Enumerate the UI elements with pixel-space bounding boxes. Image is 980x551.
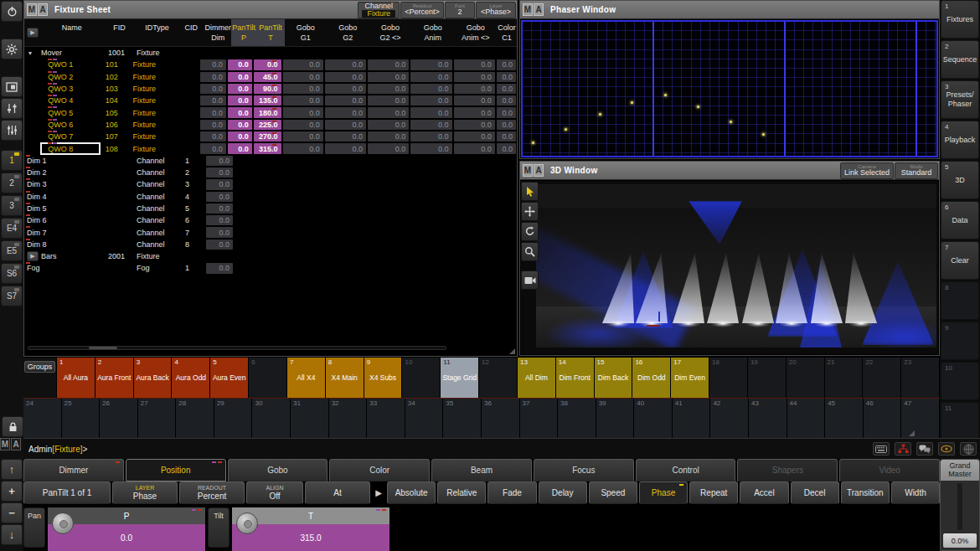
column-header-cid[interactable]: CID (178, 19, 204, 46)
dimmer-value-cell[interactable]: 0.0 (206, 203, 233, 214)
group-cell-6[interactable]: 6 (249, 358, 287, 398)
at-button[interactable]: At (305, 481, 370, 504)
rotate-icon[interactable] (521, 222, 539, 241)
cid-cell[interactable]: 1 (178, 155, 205, 167)
dimmer-value-cell[interactable]: 0.0 (206, 156, 233, 166)
encoder-function-accel[interactable]: Accel (740, 481, 788, 504)
gobo-value-cell[interactable]: 0.0 (325, 131, 366, 142)
fid-cell[interactable]: 102 (101, 71, 133, 83)
row-arrow-cell[interactable]: ▼ (24, 47, 41, 59)
keyboard-icon[interactable] (873, 442, 890, 456)
fid-cell[interactable] (103, 203, 137, 214)
idtype-cell[interactable]: Channel (137, 226, 178, 238)
tilt-value-cell[interactable]: 45.0 (254, 72, 281, 82)
column-header-pantilt[interactable]: PanTiltP (231, 19, 256, 46)
group-cell-29[interactable]: 29 (214, 399, 253, 438)
group-cell-4[interactable]: 4Aura Odd (172, 358, 210, 398)
table-row[interactable]: Dim 1Channel10.0 (24, 155, 517, 167)
idtype-cell[interactable]: Channel (137, 203, 178, 214)
gobo-value-cell[interactable]: 0.0 (454, 131, 495, 142)
gobo-value-cell[interactable]: 0.0 (368, 95, 409, 106)
gobo-value-cell[interactable]: 0.0 (454, 95, 495, 106)
group-cell-21[interactable]: 21 (825, 358, 864, 398)
left-view-button-S7[interactable]: S7 (1, 286, 23, 306)
name-cell[interactable]: Dim 6 (24, 214, 103, 226)
dimmer-value-cell[interactable]: 0.0 (200, 72, 226, 82)
gobo-value-cell[interactable]: 0.0 (283, 95, 323, 106)
tilt-value-cell[interactable]: 0.0 (254, 59, 281, 70)
gobo-value-cell[interactable]: 0.0 (325, 107, 366, 117)
cid-cell[interactable]: 5 (178, 203, 205, 214)
move-icon[interactable] (521, 202, 539, 221)
pan-value-cell[interactable]: 0.0 (228, 59, 252, 70)
faders-icon[interactable] (1, 98, 23, 119)
preset-type-gobo[interactable]: Gobo (228, 459, 328, 481)
right-view-button-1[interactable]: 1Fixtures (941, 0, 979, 39)
dimmer-value-cell[interactable]: 0.0 (206, 263, 233, 273)
left-view-button-2[interactable]: 2 (1, 173, 23, 193)
gobo-value-cell[interactable]: 0.0 (368, 120, 409, 130)
idtype-cell[interactable]: Channel (137, 214, 178, 226)
column-header-color[interactable]: ColorC1 (497, 19, 517, 46)
tilt-value-cell[interactable]: 270.0 (254, 131, 281, 142)
column-header-gobo[interactable]: GoboAnim <> (454, 19, 497, 46)
gobo-value-cell[interactable]: 0.0 (454, 84, 495, 94)
idtype-cell[interactable]: Fixture (133, 142, 173, 154)
cid-cell[interactable] (178, 250, 205, 262)
gobo-value-cell[interactable]: 0.0 (410, 120, 451, 130)
tilt-encoder[interactable]: T 315.0 (232, 507, 389, 551)
name-cell[interactable]: Dim 3 (24, 178, 103, 190)
encoder-function-relative[interactable]: Relative (437, 481, 486, 504)
fid-cell[interactable]: 101 (101, 59, 133, 70)
group-cell-33[interactable]: 33 (367, 399, 405, 438)
fid-cell[interactable]: 2001 (103, 250, 137, 262)
fid-cell[interactable]: 106 (101, 119, 133, 131)
dimmer-value-cell[interactable]: 0.0 (200, 59, 226, 70)
column-header-gobo[interactable]: GoboG2 (327, 19, 369, 46)
dimmer-value-cell[interactable]: 0.0 (206, 215, 233, 225)
row-arrow-cell[interactable]: ▶ (24, 250, 41, 262)
layer-select-button[interactable]: LAYER Phase (112, 481, 178, 504)
feature-group-button[interactable]: PanTilt 1 of 1 (23, 481, 111, 504)
idtype-cell[interactable]: Fog (137, 262, 178, 274)
name-cell[interactable]: Dim 1 (24, 155, 103, 167)
right-view-button-6[interactable]: 6Data (941, 201, 979, 239)
encoder-function-width[interactable]: Width (891, 481, 940, 504)
fid-cell[interactable]: 108 (101, 142, 133, 154)
right-view-button-3[interactable]: 3Presets/ Phaser (941, 80, 979, 119)
group-cell-13[interactable]: 13All Dim (518, 358, 556, 398)
name-cell[interactable]: QWO 5 (40, 106, 101, 118)
idtype-cell[interactable]: Fixture (137, 47, 178, 59)
fid-cell[interactable] (103, 214, 137, 226)
mode-button[interactable]: Mode Standard (895, 162, 938, 179)
pan-value-cell[interactable]: 0.0 (228, 107, 252, 117)
gobo-value-cell[interactable]: 0.0 (454, 120, 495, 130)
fid-cell[interactable]: 1001 (103, 47, 137, 59)
table-row[interactable]: ▶Bars2001Fixture (24, 250, 517, 262)
encoder-function-repeat[interactable]: Repeat (689, 481, 738, 504)
idtype-cell[interactable]: Channel (137, 167, 178, 178)
table-row[interactable]: QWO 2102Fixture0.00.045.00.00.00.00.00.0… (24, 71, 517, 83)
camera-icon[interactable] (521, 270, 539, 290)
gobo-value-cell[interactable]: 0.0 (325, 84, 366, 94)
lock-icon[interactable] (2, 416, 23, 437)
gobo-value-cell[interactable]: 0.0 (410, 131, 451, 142)
gobo-value-cell[interactable]: 0.0 (410, 107, 451, 117)
windows-icon[interactable] (1, 76, 23, 97)
fid-cell[interactable]: 107 (101, 131, 133, 142)
name-cell[interactable]: Dim 4 (24, 191, 103, 203)
group-cell-40[interactable]: 40 (634, 399, 673, 438)
table-row[interactable]: Dim 8Channel80.0 (24, 239, 517, 250)
color-value-cell[interactable]: 0.0 (497, 72, 516, 82)
right-view-button-8[interactable]: 8 (941, 281, 979, 320)
table-row[interactable]: QWO 4104Fixture0.00.0135.00.00.00.00.00.… (24, 95, 517, 106)
desk-status-icon[interactable] (938, 442, 955, 456)
column-header-dimmer[interactable]: DimmerDim (204, 19, 231, 46)
name-cell[interactable]: QWO 4 (40, 95, 101, 106)
preset-type-focus[interactable]: Focus (534, 459, 634, 481)
table-row[interactable]: Dim 4Channel40.0 (24, 191, 517, 203)
gobo-value-cell[interactable]: 0.0 (283, 143, 323, 153)
gobo-value-cell[interactable]: 0.0 (454, 72, 495, 82)
3d-stage[interactable] (521, 181, 938, 354)
right-view-button-5[interactable]: 53D (941, 161, 979, 199)
